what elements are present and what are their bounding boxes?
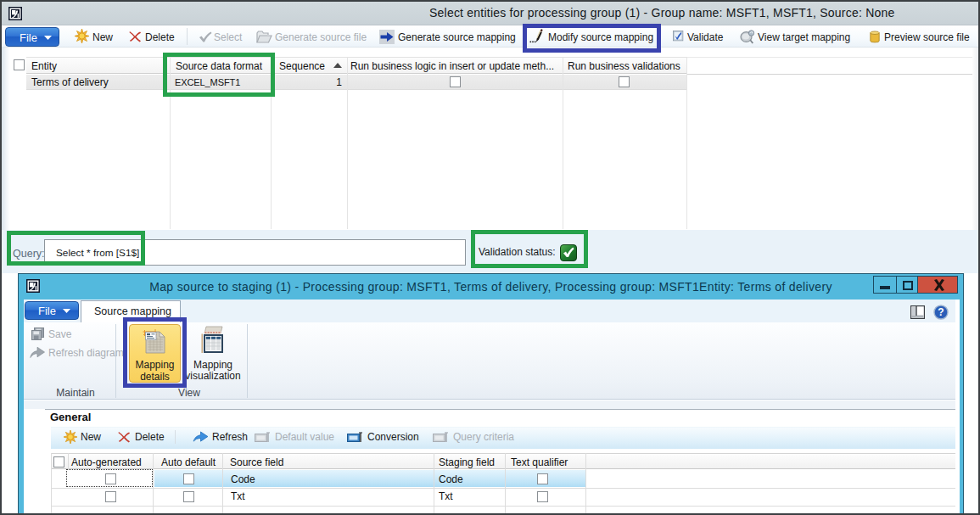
svg-text:?: ? xyxy=(938,306,944,318)
